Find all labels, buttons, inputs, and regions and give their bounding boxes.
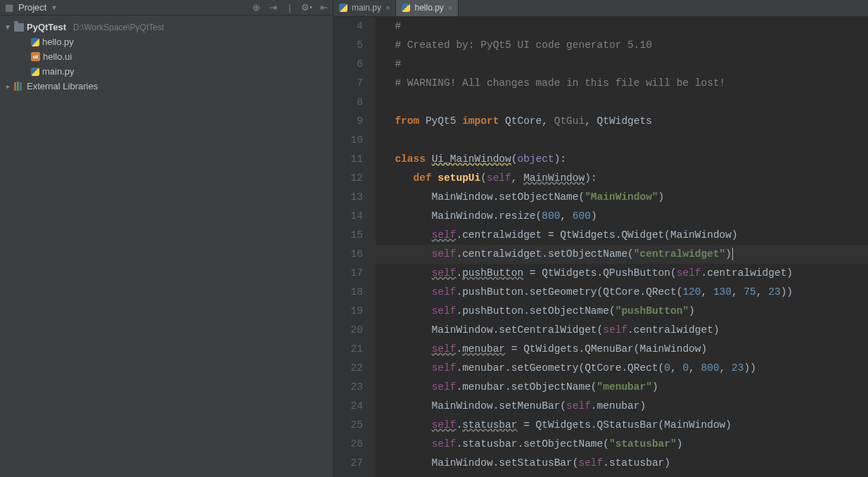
project-toolbar: ▦ Project ▼ ⊕ ⇥ | ⚙▾ ⇤ bbox=[0, 0, 333, 15]
dropdown-icon[interactable]: ▼ bbox=[51, 4, 57, 11]
code-content[interactable]: # # Created by: PyQt5 UI code generator … bbox=[376, 17, 868, 477]
project-toolwindow-title[interactable]: Project bbox=[18, 2, 46, 13]
hide-icon[interactable]: ⇤ bbox=[319, 3, 328, 13]
project-path: D:\WorkSpace\PyQtTest bbox=[73, 23, 164, 32]
collapse-icon[interactable]: ⇥ bbox=[268, 3, 278, 13]
locate-icon[interactable]: ⊕ bbox=[251, 3, 261, 13]
editor-area: main.py × hello.py × 4567891011121314151… bbox=[333, 0, 868, 477]
folder-icon bbox=[14, 23, 24, 32]
close-icon[interactable]: × bbox=[385, 4, 390, 12]
expand-arrow-icon[interactable]: ▼ bbox=[4, 23, 11, 31]
project-tree: ▼ PyQtTest D:\WorkSpace\PyQtTest hello.p… bbox=[0, 15, 333, 94]
external-libraries-label: External Libraries bbox=[27, 81, 98, 91]
expand-arrow-icon[interactable]: ▸ bbox=[4, 82, 11, 90]
editor-tab-main[interactable]: main.py × bbox=[333, 0, 396, 16]
close-icon[interactable]: × bbox=[448, 4, 452, 12]
file-name: hello.py bbox=[42, 37, 74, 47]
editor-tab-hello[interactable]: hello.py × bbox=[396, 0, 459, 16]
project-tool-icon: ▦ bbox=[4, 3, 14, 13]
python-file-icon bbox=[339, 4, 347, 12]
project-name: PyQtTest bbox=[27, 22, 66, 32]
python-file-icon bbox=[31, 68, 39, 76]
external-libraries-row[interactable]: ▸ External Libraries bbox=[0, 79, 333, 94]
tree-file-row[interactable]: hello.ui bbox=[0, 49, 333, 64]
divider: | bbox=[285, 3, 295, 13]
file-name: hello.ui bbox=[43, 51, 72, 62]
python-file-icon bbox=[402, 4, 410, 12]
tree-file-row[interactable]: hello.py bbox=[0, 34, 333, 49]
file-name: main.py bbox=[42, 66, 75, 77]
code-editor[interactable]: 4567891011121314151617181920212223242526… bbox=[333, 17, 868, 477]
tree-file-row[interactable]: main.py bbox=[0, 64, 333, 79]
python-file-icon bbox=[31, 38, 39, 46]
qt-ui-file-icon bbox=[31, 52, 40, 61]
line-number-gutter: 4567891011121314151617181920212223242526… bbox=[333, 17, 376, 477]
editor-tab-bar: main.py × hello.py × bbox=[333, 0, 868, 17]
libraries-icon bbox=[14, 82, 24, 91]
tab-label: hello.py bbox=[414, 3, 443, 13]
gear-icon[interactable]: ⚙▾ bbox=[302, 3, 312, 13]
tab-label: main.py bbox=[352, 3, 381, 13]
project-sidebar: ▦ Project ▼ ⊕ ⇥ | ⚙▾ ⇤ ▼ PyQtTest D:\Wor… bbox=[0, 0, 333, 477]
project-root-row[interactable]: ▼ PyQtTest D:\WorkSpace\PyQtTest bbox=[0, 20, 333, 34]
